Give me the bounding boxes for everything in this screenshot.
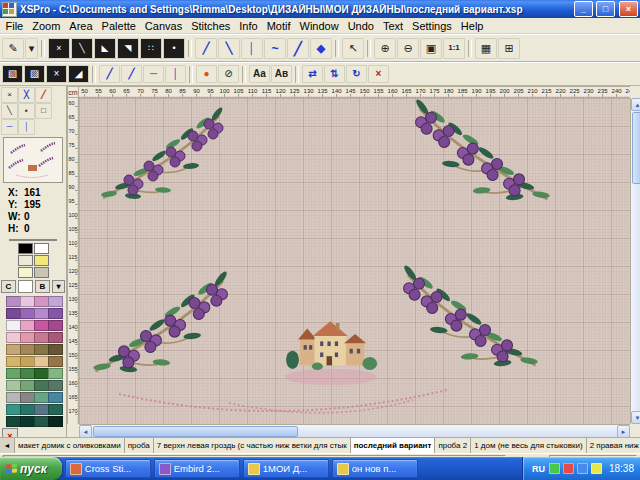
center-view-icon[interactable]: ⊞ xyxy=(498,38,520,59)
sheet-tab[interactable]: 2 правая ниж гр. xyxy=(587,438,640,453)
vertical-line-icon[interactable]: │ xyxy=(165,65,186,83)
palette-color-swatch[interactable] xyxy=(20,368,35,379)
close-button[interactable]: × xyxy=(619,1,638,17)
menu-settings[interactable]: Settings xyxy=(408,20,457,32)
palette-color-swatch[interactable] xyxy=(6,344,21,355)
minimize-button[interactable]: _ xyxy=(574,1,593,17)
tray-app-red-icon[interactable] xyxy=(563,463,574,474)
current-color-swatch[interactable] xyxy=(9,239,57,241)
menu-stitches[interactable]: Stitches xyxy=(187,20,235,32)
maximize-button[interactable]: □ xyxy=(596,1,615,17)
palette-color-swatch[interactable] xyxy=(20,356,35,367)
flip-vertical-icon[interactable]: ⇅ xyxy=(324,65,345,83)
lp-cross-stitch-icon[interactable]: × xyxy=(1,87,18,103)
menu-text[interactable]: Text xyxy=(378,20,407,32)
tray-app-yellow-icon[interactable] xyxy=(591,463,602,474)
color-slot[interactable] xyxy=(18,280,33,293)
scroll-right-icon[interactable]: ► xyxy=(617,425,630,438)
c-button[interactable]: C xyxy=(1,280,16,293)
backstitch-diag-icon[interactable]: ╱ xyxy=(195,38,217,59)
no-color-icon[interactable]: ⊘ xyxy=(218,65,239,83)
menu-canvas[interactable]: Canvas xyxy=(140,20,186,32)
menu-area[interactable]: Area xyxy=(65,20,97,32)
menu-palette[interactable]: Palette xyxy=(97,20,140,32)
palette-color-swatch[interactable] xyxy=(34,356,49,367)
palette-color-swatch[interactable] xyxy=(48,320,63,331)
backstitch-vertical-icon[interactable]: │ xyxy=(241,38,263,59)
palette-dropdown-icon[interactable]: ▾ xyxy=(52,280,65,293)
taskbar-task-button[interactable]: он нов п... xyxy=(332,459,418,478)
palette-color-swatch[interactable] xyxy=(6,332,21,343)
palette-color-swatch[interactable] xyxy=(20,332,35,343)
half-view-icon[interactable]: ◢ xyxy=(68,65,89,83)
lp-vertical-icon[interactable]: │ xyxy=(18,119,35,135)
vertical-scrollbar[interactable]: ▲ ▼ xyxy=(630,98,640,424)
stitch-canvas[interactable] xyxy=(79,98,630,424)
palette-color-swatch[interactable] xyxy=(20,308,35,319)
palette-color-swatch[interactable] xyxy=(48,380,63,391)
bead-icon[interactable]: ◆ xyxy=(310,38,332,59)
lp-dot-stitch-icon[interactable]: ▪ xyxy=(18,103,35,119)
palette-color-swatch[interactable] xyxy=(48,368,63,379)
palette-color-swatch[interactable] xyxy=(20,380,35,391)
tray-app-blue-icon[interactable] xyxy=(577,463,588,474)
lp-horizontal-icon[interactable]: ─ xyxy=(1,119,18,135)
palette-color-swatch[interactable] xyxy=(34,392,49,403)
vertical-scroll-thumb[interactable] xyxy=(632,112,640,184)
palette-color-swatch[interactable] xyxy=(20,320,35,331)
mini-color-swatch[interactable] xyxy=(18,243,33,254)
palette-color-swatch[interactable] xyxy=(34,368,49,379)
palette-color-swatch[interactable] xyxy=(34,344,49,355)
palette-color-swatch[interactable] xyxy=(48,356,63,367)
tray-app-green-icon[interactable] xyxy=(549,463,560,474)
menu-help[interactable]: Help xyxy=(456,20,488,32)
color-circle-icon[interactable]: ● xyxy=(196,65,217,83)
sheet-tab[interactable]: 7 верхн левая гроздь (с частью ниж ветки… xyxy=(154,438,351,453)
palette-color-swatch[interactable] xyxy=(34,308,49,319)
taskbar-task-button[interactable]: 1МОИ Д... xyxy=(243,459,329,478)
mini-color-swatch[interactable] xyxy=(34,243,49,254)
palette-color-swatch[interactable] xyxy=(6,296,21,307)
palette-color-swatch[interactable] xyxy=(34,320,49,331)
lp-diagonal-icon[interactable]: ╱ xyxy=(35,87,52,103)
design-preview[interactable] xyxy=(3,137,63,183)
zoom-out-icon[interactable]: ⊖ xyxy=(397,38,419,59)
select-arrow-icon[interactable]: ↖ xyxy=(342,38,364,59)
scroll-left-icon[interactable]: ◄ xyxy=(79,425,92,438)
thin-line-icon[interactable]: ╱ xyxy=(99,65,120,83)
thick-line-icon[interactable]: ╱ xyxy=(121,65,142,83)
palette-color-swatch[interactable] xyxy=(20,416,35,427)
b-button[interactable]: B xyxy=(35,280,50,293)
palette-color-swatch[interactable] xyxy=(6,392,21,403)
grid-toggle-icon[interactable]: ▦ xyxy=(475,38,497,59)
start-button[interactable]: пуск xyxy=(0,457,62,480)
titlebar[interactable]: XSPro - C:\Documents and Settings\Rimma\… xyxy=(0,0,640,18)
longstitch-icon[interactable]: ╱ xyxy=(287,38,309,59)
palette-color-swatch[interactable] xyxy=(48,404,63,415)
flip-horizontal-icon[interactable]: ⇄ xyxy=(302,65,323,83)
palette-color-swatch[interactable] xyxy=(34,416,49,427)
rotate-icon[interactable]: ↻ xyxy=(346,65,367,83)
taskbar-task-button[interactable]: Cross Sti... xyxy=(65,459,151,478)
scroll-up-icon[interactable]: ▲ xyxy=(631,98,640,111)
tab-scroll-left-icon[interactable]: ◄ xyxy=(0,438,15,453)
menu-info[interactable]: Info xyxy=(235,20,262,32)
palette-color-swatch[interactable] xyxy=(48,308,63,319)
three-quarter-stitch-icon[interactable]: ◥ xyxy=(117,38,139,59)
palette-color-swatch[interactable] xyxy=(34,404,49,415)
horizontal-line-icon[interactable]: ─ xyxy=(143,65,164,83)
palette-color-swatch[interactable] xyxy=(20,344,35,355)
palette-color-swatch[interactable] xyxy=(34,296,49,307)
palette-color-swatch[interactable] xyxy=(48,332,63,343)
palette-color-swatch[interactable] xyxy=(6,404,21,415)
palette-color-swatch[interactable] xyxy=(20,404,35,415)
erase-icon[interactable]: × xyxy=(368,65,389,83)
cross-view-icon[interactable]: × xyxy=(46,65,67,83)
palette-color-swatch[interactable] xyxy=(6,356,21,367)
menu-motif[interactable]: Motif xyxy=(262,20,295,32)
petite-stitch-icon[interactable]: ∷ xyxy=(140,38,162,59)
mini-color-swatch[interactable] xyxy=(18,267,33,278)
palette-color-swatch[interactable] xyxy=(6,416,21,427)
zoom-in-icon[interactable]: ⊕ xyxy=(374,38,396,59)
lp-double-cross-icon[interactable]: ╳ xyxy=(18,87,35,103)
